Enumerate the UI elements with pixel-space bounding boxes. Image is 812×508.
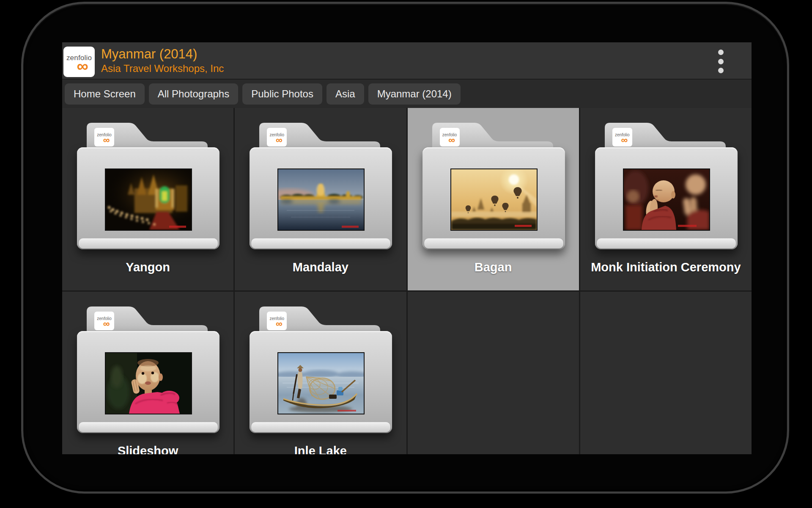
ellipsis-dot (718, 68, 724, 73)
breadcrumb: Home Screen All Photographs Public Photo… (62, 80, 752, 108)
zenfolio-logo-icon: zenfolio ∞ (63, 47, 95, 77)
zenfolio-app-window: zenfolio ∞ Myanmar (2014) Asia Travel Wo… (62, 42, 752, 454)
app-header: zenfolio ∞ Myanmar (2014) Asia Travel Wo… (62, 42, 752, 80)
empty-grid-cell (580, 292, 752, 454)
folder-yangon[interactable]: zenfolio ∞ (62, 108, 233, 290)
overflow-menu-button[interactable] (713, 50, 728, 73)
breadcrumb-home-screen[interactable]: Home Screen (65, 83, 145, 105)
badge-swoosh-icon: ∞ (103, 137, 110, 143)
yangon-thumbnail-image (105, 168, 192, 231)
zenfolio-badge-icon: zenfolio ∞ (94, 128, 114, 146)
folder-inle-lake[interactable]: zenfolio ∞ (235, 292, 406, 454)
breadcrumb-asia[interactable]: Asia (326, 83, 364, 105)
zenfolio-badge-icon: zenfolio ∞ (267, 312, 287, 330)
folder-label: Monk Initiation Ceremony (580, 260, 752, 274)
ellipsis-dot (718, 50, 724, 55)
zenfolio-swoosh-icon: ∞ (77, 61, 88, 72)
folder-mandalay[interactable]: zenfolio ∞ (235, 108, 406, 290)
screenshot-background: zenfolio ∞ Myanmar (2014) Asia Travel Wo… (0, 0, 812, 508)
header-titles: Myanmar (2014) Asia Travel Workshops, In… (101, 46, 224, 75)
inle-lake-thumbnail-image (277, 352, 365, 414)
badge-swoosh-icon: ∞ (103, 321, 110, 327)
ellipsis-dot (718, 59, 724, 64)
folder-label: Slideshow (62, 444, 233, 454)
folder-label: Mandalay (235, 260, 406, 274)
folder-label: Inle Lake (235, 444, 406, 454)
breadcrumb-public-photos[interactable]: Public Photos (242, 83, 322, 105)
breadcrumb-all-photographs[interactable]: All Photographs (149, 83, 238, 105)
breadcrumb-myanmar-2014[interactable]: Myanmar (2014) (368, 83, 461, 105)
badge-swoosh-icon: ∞ (276, 137, 283, 143)
folder-monk-initiation-ceremony[interactable]: zenfolio ∞ (580, 108, 752, 290)
bagan-thumbnail-image (450, 168, 538, 231)
gallery-subtitle: Asia Travel Workshops, Inc (101, 62, 224, 75)
folder-label: Yangon (62, 260, 233, 274)
badge-swoosh-icon: ∞ (448, 137, 455, 143)
slideshow-thumbnail-image (105, 352, 192, 414)
monk-thumbnail-image (623, 168, 710, 231)
empty-grid-cell (408, 292, 579, 454)
folder-slideshow[interactable]: zenfolio ∞ (62, 292, 233, 454)
zenfolio-badge-icon: zenfolio ∞ (94, 312, 114, 330)
badge-swoosh-icon: ∞ (621, 137, 628, 143)
mandalay-thumbnail-image (277, 168, 365, 231)
zenfolio-badge-icon: zenfolio ∞ (612, 128, 632, 146)
zenfolio-badge-icon: zenfolio ∞ (440, 128, 460, 146)
zenfolio-badge-icon: zenfolio ∞ (267, 128, 287, 146)
badge-swoosh-icon: ∞ (276, 321, 283, 327)
gallery-title: Myanmar (2014) (101, 46, 224, 62)
folder-bagan[interactable]: zenfolio ∞ (408, 108, 579, 290)
folder-label: Bagan (408, 260, 579, 274)
folder-grid: zenfolio ∞ (62, 108, 752, 454)
